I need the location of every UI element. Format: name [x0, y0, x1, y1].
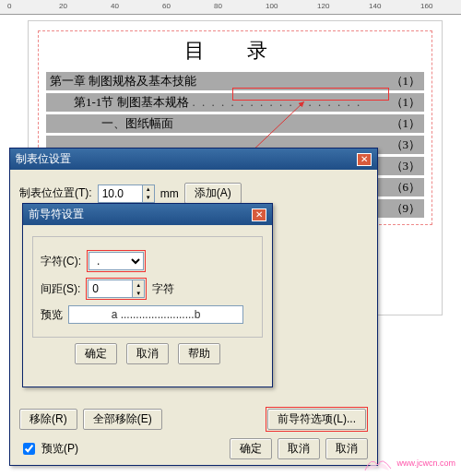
tab-position-input[interactable]	[98, 184, 142, 203]
dialog-titlebar: 制表位设置 ✕	[10, 149, 377, 170]
leader-dialog: 前导符设置 ✕ 字符(C): . 间距(S): ▲▼	[22, 203, 273, 387]
remove-all-button[interactable]: 全部移除(E)	[83, 409, 162, 430]
cancel-button[interactable]: 取消	[278, 438, 320, 459]
preview-checkbox-label: 预览(P)	[41, 441, 78, 457]
spin-up-icon[interactable]: ▲	[133, 280, 144, 289]
doc-title: 目 录	[46, 37, 424, 65]
spacing-spinner[interactable]: ▲▼	[88, 280, 145, 298]
ok-button[interactable]: 确定	[230, 438, 272, 459]
remove-button[interactable]: 移除(R)	[19, 409, 77, 430]
spin-down-icon[interactable]: ▼	[133, 289, 144, 297]
dialog-title: 前导符设置	[29, 207, 84, 222]
spin-down-icon[interactable]: ▼	[143, 194, 154, 202]
close-icon[interactable]: ✕	[252, 208, 266, 221]
cancel-button[interactable]: 取消	[126, 343, 169, 364]
ruler: 0 20 40 60 80 100 120 140 160	[0, 0, 461, 15]
spacing-unit-label: 字符	[152, 281, 174, 297]
char-combo[interactable]: .	[89, 252, 144, 270]
spin-up-icon[interactable]: ▲	[143, 185, 154, 194]
dialog-title: 制表位设置	[16, 151, 71, 167]
preview-label: 预览	[41, 307, 63, 323]
cancel-button[interactable]: 取消	[325, 438, 368, 459]
add-button[interactable]: 添加(A)	[184, 183, 242, 204]
char-label: 字符(C):	[41, 254, 81, 269]
spacing-input[interactable]	[88, 280, 132, 298]
toc-line: 一、图纸幅面（1）	[46, 114, 424, 133]
annotation-box	[232, 88, 389, 101]
tab-position-spinner[interactable]: ▲▼	[98, 184, 155, 203]
spacing-label: 间距(S):	[41, 281, 80, 297]
tab-position-label: 制表位位置(T):	[19, 185, 92, 201]
leader-options-button[interactable]: 前导符选项(L)...	[267, 409, 366, 430]
close-icon[interactable]: ✕	[357, 153, 372, 166]
help-button[interactable]: 帮助	[178, 343, 220, 364]
leader-groupbox: 字符(C): . 间距(S): ▲▼ 字符 预览	[32, 236, 263, 338]
ok-button[interactable]: 确定	[75, 343, 117, 364]
dialog-titlebar: 前导符设置 ✕	[23, 204, 272, 225]
unit-label: mm	[160, 187, 179, 200]
preview-checkbox[interactable]	[23, 443, 35, 455]
leader-preview: a ........................b	[68, 305, 243, 324]
